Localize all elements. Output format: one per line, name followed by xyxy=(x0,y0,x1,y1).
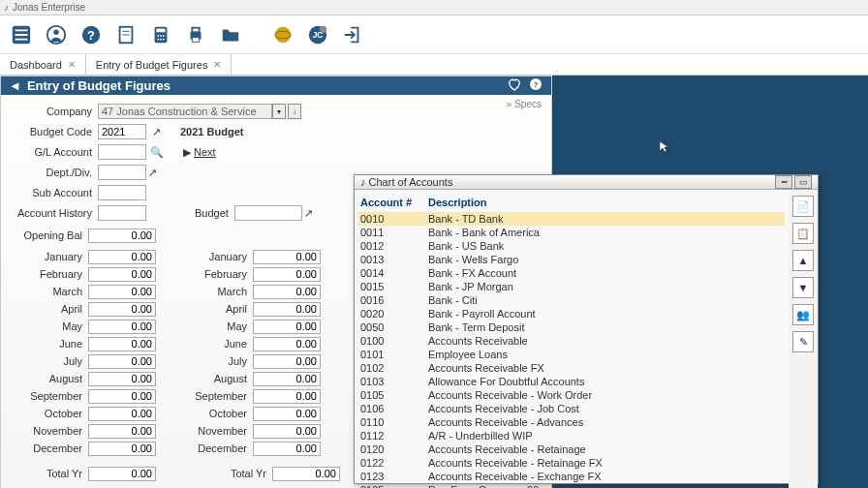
svg-point-10 xyxy=(157,35,159,37)
month-label: March xyxy=(175,286,253,297)
account-row[interactable]: 0020Bank - Payroll Account xyxy=(358,307,785,320)
month-field-december[interactable] xyxy=(253,442,321,456)
account-row[interactable]: 0103Allowance For Doubtful Accounts xyxy=(358,375,785,388)
opening-bal-field[interactable] xyxy=(88,229,156,243)
copy-icon[interactable]: 📋 xyxy=(792,223,814,244)
account-row[interactable]: 0122Accounts Receivable - Retainage FX xyxy=(358,456,785,470)
account-row[interactable]: 0110Accounts Receivable - Advances xyxy=(358,415,785,429)
maximize-icon[interactable]: ▭ xyxy=(794,175,812,189)
budget-code-desc: 2021 Budget xyxy=(180,126,243,137)
jc-icon[interactable]: JC xyxy=(304,21,331,48)
month-field-march[interactable] xyxy=(88,285,156,299)
back-icon[interactable]: ◄ xyxy=(9,78,21,93)
dialog-titlebar[interactable]: ♪ Chart of Accounts ━▭ xyxy=(355,175,818,190)
help-icon[interactable]: ? xyxy=(78,21,105,48)
month-field-may[interactable] xyxy=(253,320,321,334)
month-field-october[interactable] xyxy=(88,407,156,421)
account-history-field[interactable] xyxy=(98,205,146,221)
month-field-november[interactable] xyxy=(88,424,156,439)
month-field-february[interactable] xyxy=(88,267,156,282)
account-row[interactable]: 0016Bank - Citi xyxy=(358,293,785,307)
dialog-side-toolbar: 📄 📋 ▲ ▼ 👥 ✎ ↻ xyxy=(789,190,818,488)
exit-icon[interactable] xyxy=(339,21,366,48)
user-icon[interactable] xyxy=(43,21,70,48)
account-row[interactable]: 0010Bank - TD Bank xyxy=(358,212,785,226)
search-icon[interactable]: 🔍 xyxy=(150,146,164,159)
minimize-icon[interactable]: ━ xyxy=(775,175,792,189)
account-row[interactable]: 0015Bank - JP Morgan xyxy=(358,280,785,293)
total-yr-field[interactable] xyxy=(88,467,156,481)
month-field-december[interactable] xyxy=(88,442,156,456)
month-field-may[interactable] xyxy=(88,320,156,334)
month-field-july[interactable] xyxy=(253,354,321,369)
month-field-april[interactable] xyxy=(88,302,156,317)
sub-account-field[interactable] xyxy=(98,185,146,200)
month-field-august[interactable] xyxy=(253,372,321,386)
doc-icon[interactable]: 📄 xyxy=(792,196,814,217)
svg-rect-9 xyxy=(156,28,165,32)
month-field-january[interactable] xyxy=(253,250,321,264)
account-row[interactable]: 0102Accounts Receivable FX xyxy=(358,361,785,375)
month-label: July xyxy=(11,355,88,367)
globe-icon[interactable] xyxy=(269,21,296,48)
account-row[interactable]: 0106Accounts Receivable - Job Cost xyxy=(358,402,785,415)
printer-icon[interactable] xyxy=(182,21,209,48)
arrow-down-icon[interactable]: ▼ xyxy=(792,277,814,298)
arrow-up-icon[interactable]: ▲ xyxy=(792,250,814,271)
folder-icon[interactable] xyxy=(217,21,244,48)
month-field-june[interactable] xyxy=(253,337,321,351)
lookup-icon[interactable]: ↓ xyxy=(288,104,301,119)
account-row[interactable]: 0120Accounts Receivable - Retainage xyxy=(358,442,785,456)
specs-link[interactable]: » Specs xyxy=(507,99,542,109)
edit-icon[interactable]: ✎ xyxy=(792,331,814,352)
document-icon[interactable] xyxy=(112,21,140,48)
users-icon[interactable]: 👥 xyxy=(792,304,814,325)
total-yr-field-2[interactable] xyxy=(272,467,340,481)
total-yr-label: Total Yr xyxy=(11,468,88,479)
month-field-april[interactable] xyxy=(253,302,321,317)
close-icon[interactable]: ✕ xyxy=(68,59,76,70)
main-toolbar: ? JC xyxy=(0,15,868,54)
account-row[interactable]: 0011Bank - Bank of America xyxy=(358,226,785,239)
dropdown-icon[interactable]: ▾ xyxy=(272,104,286,119)
app-logo-icon[interactable] xyxy=(8,21,35,48)
help-icon[interactable]: ? xyxy=(528,76,543,95)
account-row[interactable]: 0012Bank - US Bank xyxy=(358,239,785,253)
gl-account-field[interactable] xyxy=(98,144,146,160)
month-field-january[interactable] xyxy=(88,250,156,264)
account-row[interactable]: 0013Bank - Wells Fargo xyxy=(358,253,785,266)
month-label: March xyxy=(11,286,88,297)
month-field-august[interactable] xyxy=(88,372,156,386)
account-row[interactable]: 0100Accounts Receivable xyxy=(358,334,785,348)
account-row[interactable]: 0050Bank - Term Deposit xyxy=(358,320,785,334)
svg-point-12 xyxy=(163,35,165,37)
month-field-september[interactable] xyxy=(88,389,156,404)
next-link[interactable]: ▶ Next xyxy=(183,146,216,159)
account-row[interactable]: 0101Employee Loans xyxy=(358,348,785,361)
dept-field[interactable] xyxy=(98,165,146,180)
favorite-icon[interactable] xyxy=(507,76,522,95)
tab-budget-entry[interactable]: Entry of Budget Figures✕ xyxy=(86,54,232,75)
account-row[interactable]: 0125Due From Company 99 xyxy=(358,483,785,488)
month-field-september[interactable] xyxy=(253,389,321,404)
company-field[interactable] xyxy=(98,104,272,119)
account-row[interactable]: 0123Accounts Receivable - Exchange FX xyxy=(358,470,785,483)
account-row[interactable]: 0112A/R - Underbilled WIP xyxy=(358,429,785,442)
close-icon[interactable]: ✕ xyxy=(213,59,221,70)
month-field-october[interactable] xyxy=(253,407,321,421)
month-field-march[interactable] xyxy=(253,285,321,299)
month-label: June xyxy=(175,338,253,350)
tab-dashboard[interactable]: Dashboard✕ xyxy=(0,54,86,75)
budget-code-field[interactable] xyxy=(98,124,146,139)
budget-field[interactable] xyxy=(234,205,302,221)
window-titlebar: ♪Jonas Enterprise xyxy=(0,0,868,15)
month-field-july[interactable] xyxy=(88,354,156,369)
month-field-november[interactable] xyxy=(253,424,321,439)
account-row[interactable]: 0014Bank - FX Account xyxy=(358,266,785,280)
month-field-june[interactable] xyxy=(88,337,156,351)
month-field-february[interactable] xyxy=(253,267,321,282)
calculator-icon[interactable] xyxy=(147,21,174,48)
svg-point-14 xyxy=(160,38,162,40)
accounts-list[interactable]: Account # Description 0010Bank - TD Bank… xyxy=(355,190,789,488)
account-row[interactable]: 0105Accounts Receivable - Work Order xyxy=(358,388,785,402)
